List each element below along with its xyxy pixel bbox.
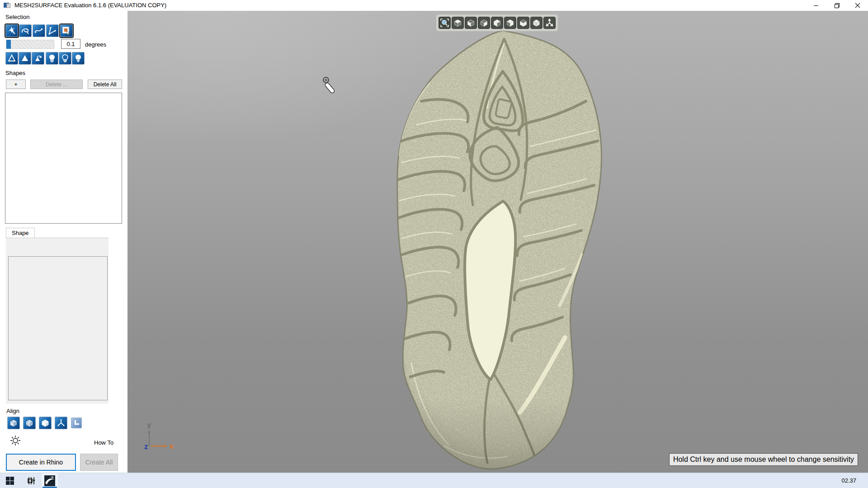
view-left-button[interactable] — [504, 17, 516, 29]
plane-corner-icon — [73, 419, 80, 427]
view-front-icon — [480, 19, 488, 27]
align-cube-mesh-button[interactable] — [7, 417, 20, 429]
minimize-button[interactable] — [806, 0, 826, 11]
taskbar-clock: 02.37 — [841, 473, 856, 488]
taskbar: 02.37 — [0, 473, 868, 488]
cube-points-icon — [25, 418, 34, 427]
view-isometric-icon — [532, 19, 541, 27]
zoom-region-icon — [440, 19, 449, 27]
settings-button[interactable] — [8, 434, 23, 448]
viewport-3d[interactable]: y z x Hold Ctrl key and use mouse wheel … — [127, 11, 868, 473]
magic-wand-select-button[interactable] — [5, 24, 18, 37]
view-bottom-button[interactable] — [465, 17, 477, 29]
align-section-label: Align — [6, 408, 19, 414]
bulb-invert-button[interactable] — [46, 52, 58, 65]
angle-sensitivity-slider[interactable] — [6, 40, 54, 49]
bulb-outline-icon — [61, 54, 70, 63]
view-toolbar — [436, 14, 558, 31]
axis-z-label: z — [144, 443, 148, 450]
angle-select-icon — [48, 26, 57, 35]
sensitivity-tooltip: Hold Ctrl key and use mouse wheel to cha… — [669, 453, 858, 466]
zoom-extents-button[interactable] — [543, 17, 556, 29]
axis-y-label: y — [147, 421, 151, 429]
triangle-outline-icon — [7, 54, 16, 63]
mesh2surface-app-icon — [44, 475, 56, 487]
angle-select-button[interactable] — [46, 24, 59, 37]
bulb-filled-icon — [74, 54, 83, 63]
view-bottom-icon — [467, 19, 475, 27]
bulb-filled-button[interactable] — [72, 52, 85, 65]
view-right-icon — [519, 19, 528, 27]
axes-tripod-icon — [57, 418, 66, 427]
bulb-invert-icon — [47, 54, 57, 63]
tab-shape[interactable]: Shape — [6, 228, 35, 238]
view-front-button[interactable] — [478, 17, 490, 29]
zoom-region-button[interactable] — [439, 17, 451, 29]
triangle-filled-icon — [20, 54, 29, 63]
minimize-icon — [813, 3, 819, 8]
shoe-sole-mesh[interactable] — [127, 11, 868, 473]
delete-all-button[interactable]: Delete All — [88, 80, 122, 89]
axis-x-label: x — [170, 442, 174, 450]
align-plane-corner-button[interactable] — [71, 418, 82, 428]
close-icon — [855, 3, 860, 8]
view-isometric-button[interactable] — [530, 17, 542, 29]
gear-icon — [9, 434, 22, 447]
angle-value-input[interactable] — [61, 39, 80, 49]
window-title: MESH2SURFACE Evaluation 6.1.6 (EVALUATIO… — [14, 0, 166, 11]
delete-shape-button[interactable]: Delete ... — [30, 80, 83, 89]
restore-button[interactable] — [826, 0, 847, 11]
lasso-icon — [21, 26, 30, 35]
slider-handle[interactable] — [6, 40, 11, 49]
pinned-app-glyph-icon — [26, 475, 37, 486]
shapes-section-label: Shapes — [5, 70, 25, 76]
window-controls — [806, 0, 868, 11]
view-top-icon — [453, 19, 462, 27]
window-select-button[interactable] — [60, 24, 73, 37]
degrees-label: degrees — [85, 41, 106, 48]
view-right-button[interactable] — [517, 17, 529, 29]
start-button[interactable] — [0, 473, 20, 488]
pinned-app-icon[interactable] — [24, 473, 40, 488]
align-cube-points-button[interactable] — [23, 417, 36, 429]
main-area: Selection — [0, 11, 868, 473]
create-all-button[interactable]: Create All — [80, 454, 118, 471]
triangle-filled-button[interactable] — [19, 52, 31, 65]
curve-select-button[interactable] — [33, 24, 45, 37]
app-logo-icon — [4, 2, 11, 9]
shape-tab-page — [6, 238, 108, 404]
selection-section-label: Selection — [5, 14, 29, 20]
application-window: MESH2SURFACE Evaluation 6.1.6 (EVALUATIO… — [0, 0, 868, 488]
window-select-icon — [62, 26, 71, 35]
cube-mesh-icon — [9, 418, 18, 427]
curve-select-icon — [34, 26, 43, 35]
add-shape-button[interactable]: + — [6, 80, 26, 89]
triangle-outline-button[interactable] — [5, 52, 18, 65]
title-bar: MESH2SURFACE Evaluation 6.1.6 (EVALUATIO… — [0, 0, 868, 11]
axis-triad: y z x — [143, 418, 179, 454]
align-axes-button[interactable] — [55, 417, 67, 429]
align-cube-plain-button[interactable] — [39, 417, 52, 429]
view-back-icon — [493, 19, 501, 27]
shape-properties-panel — [8, 256, 108, 400]
windows-logo-icon — [5, 476, 14, 485]
lasso-select-button[interactable] — [19, 24, 32, 37]
close-button[interactable] — [847, 0, 868, 11]
shapes-list[interactable] — [5, 93, 122, 224]
bulb-outline-button[interactable] — [59, 52, 71, 65]
how-to-link[interactable]: How To — [94, 439, 113, 446]
create-in-rhino-button[interactable]: Create in Rhino — [6, 454, 76, 471]
grow-selection-icon — [33, 54, 42, 63]
grow-selection-button[interactable] — [32, 52, 44, 65]
mesh2surface-taskbar-icon[interactable] — [42, 473, 58, 488]
view-top-button[interactable] — [452, 17, 464, 29]
magic-wand-icon — [7, 26, 16, 35]
sidebar-panel: Selection — [0, 11, 127, 473]
cube-plain-icon — [41, 418, 50, 427]
zoom-extents-icon — [545, 19, 554, 27]
view-left-icon — [506, 19, 514, 27]
view-back-button[interactable] — [491, 17, 503, 29]
restore-icon — [834, 3, 840, 9]
